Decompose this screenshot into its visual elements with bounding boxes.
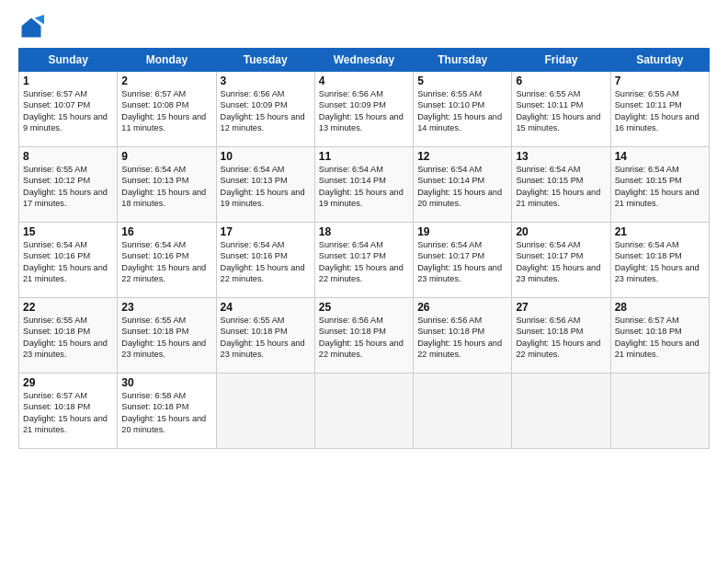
weekday-header: Sunday bbox=[19, 49, 118, 72]
calendar-day-cell: 12Sunrise: 6:54 AMSunset: 10:14 PMDaylig… bbox=[414, 147, 512, 223]
calendar-day-cell: 25Sunrise: 6:56 AMSunset: 10:18 PMDaylig… bbox=[314, 298, 413, 373]
day-number: 23 bbox=[121, 301, 211, 314]
day-number: 3 bbox=[221, 75, 311, 87]
day-number: 29 bbox=[23, 376, 113, 389]
day-number: 28 bbox=[615, 301, 705, 314]
day-number: 8 bbox=[23, 150, 113, 163]
calendar-day-cell: 18Sunrise: 6:54 AMSunset: 10:17 PMDaylig… bbox=[314, 223, 413, 298]
calendar-day-cell bbox=[512, 373, 610, 449]
weekday-header: Wednesday bbox=[314, 49, 413, 72]
day-info: Sunrise: 6:54 AMSunset: 10:18 PMDaylight… bbox=[615, 239, 705, 285]
day-info: Sunrise: 6:54 AMSunset: 10:14 PMDaylight… bbox=[417, 164, 507, 210]
day-info: Sunrise: 6:55 AMSunset: 10:18 PMDaylight… bbox=[221, 315, 311, 361]
weekday-header-row: SundayMondayTuesdayWednesdayThursdayFrid… bbox=[19, 49, 710, 72]
page: SundayMondayTuesdayWednesdayThursdayFrid… bbox=[0, 0, 728, 563]
day-number: 11 bbox=[319, 150, 409, 163]
header bbox=[18, 15, 710, 40]
calendar-day-cell bbox=[216, 373, 314, 449]
calendar-day-cell: 28Sunrise: 6:57 AMSunset: 10:18 PMDaylig… bbox=[610, 298, 709, 373]
day-info: Sunrise: 6:54 AMSunset: 10:16 PMDaylight… bbox=[23, 239, 113, 285]
day-number: 7 bbox=[615, 75, 705, 87]
calendar-day-cell: 30Sunrise: 6:58 AMSunset: 10:18 PMDaylig… bbox=[118, 373, 216, 449]
day-number: 30 bbox=[121, 376, 211, 389]
calendar-day-cell: 6Sunrise: 6:55 AMSunset: 10:11 PMDayligh… bbox=[512, 72, 610, 147]
day-number: 1 bbox=[23, 75, 113, 87]
day-number: 17 bbox=[221, 225, 311, 238]
weekday-header: Thursday bbox=[414, 49, 512, 72]
calendar-day-cell: 13Sunrise: 6:54 AMSunset: 10:15 PMDaylig… bbox=[512, 147, 610, 223]
weekday-header: Friday bbox=[512, 49, 610, 72]
svg-marker-0 bbox=[22, 18, 41, 38]
day-number: 16 bbox=[121, 225, 211, 238]
day-info: Sunrise: 6:57 AMSunset: 10:18 PMDaylight… bbox=[23, 390, 113, 436]
logo-icon bbox=[18, 15, 44, 40]
day-number: 14 bbox=[615, 150, 705, 163]
calendar-day-cell: 1Sunrise: 6:57 AMSunset: 10:07 PMDayligh… bbox=[19, 72, 118, 147]
calendar-day-cell: 8Sunrise: 6:55 AMSunset: 10:12 PMDayligh… bbox=[19, 147, 118, 223]
calendar-day-cell: 26Sunrise: 6:56 AMSunset: 10:18 PMDaylig… bbox=[414, 298, 512, 373]
calendar-day-cell: 29Sunrise: 6:57 AMSunset: 10:18 PMDaylig… bbox=[19, 373, 118, 449]
day-info: Sunrise: 6:56 AMSunset: 10:18 PMDaylight… bbox=[417, 315, 507, 361]
day-number: 12 bbox=[417, 150, 507, 163]
calendar-day-cell: 21Sunrise: 6:54 AMSunset: 10:18 PMDaylig… bbox=[610, 223, 709, 298]
calendar-week-row: 29Sunrise: 6:57 AMSunset: 10:18 PMDaylig… bbox=[19, 373, 710, 449]
calendar-day-cell: 7Sunrise: 6:55 AMSunset: 10:11 PMDayligh… bbox=[610, 72, 709, 147]
calendar-week-row: 8Sunrise: 6:55 AMSunset: 10:12 PMDayligh… bbox=[19, 147, 710, 223]
day-info: Sunrise: 6:54 AMSunset: 10:13 PMDaylight… bbox=[121, 164, 211, 210]
calendar-day-cell: 19Sunrise: 6:54 AMSunset: 10:17 PMDaylig… bbox=[414, 223, 512, 298]
calendar-day-cell: 2Sunrise: 6:57 AMSunset: 10:08 PMDayligh… bbox=[118, 72, 216, 147]
calendar-week-row: 15Sunrise: 6:54 AMSunset: 10:16 PMDaylig… bbox=[19, 223, 710, 298]
day-info: Sunrise: 6:54 AMSunset: 10:17 PMDaylight… bbox=[516, 239, 606, 285]
calendar-day-cell: 22Sunrise: 6:55 AMSunset: 10:18 PMDaylig… bbox=[19, 298, 118, 373]
calendar-day-cell: 11Sunrise: 6:54 AMSunset: 10:14 PMDaylig… bbox=[314, 147, 413, 223]
calendar-day-cell: 3Sunrise: 6:56 AMSunset: 10:09 PMDayligh… bbox=[216, 72, 314, 147]
day-number: 6 bbox=[516, 75, 606, 87]
day-info: Sunrise: 6:54 AMSunset: 10:15 PMDaylight… bbox=[615, 164, 705, 210]
calendar-week-row: 22Sunrise: 6:55 AMSunset: 10:18 PMDaylig… bbox=[19, 298, 710, 373]
day-number: 27 bbox=[516, 301, 606, 314]
calendar-table: SundayMondayTuesdayWednesdayThursdayFrid… bbox=[18, 48, 710, 449]
calendar-day-cell bbox=[610, 373, 709, 449]
calendar-day-cell: 4Sunrise: 6:56 AMSunset: 10:09 PMDayligh… bbox=[314, 72, 413, 147]
day-info: Sunrise: 6:54 AMSunset: 10:17 PMDaylight… bbox=[417, 239, 507, 285]
day-number: 20 bbox=[516, 225, 606, 238]
calendar-day-cell: 24Sunrise: 6:55 AMSunset: 10:18 PMDaylig… bbox=[216, 298, 314, 373]
day-info: Sunrise: 6:54 AMSunset: 10:16 PMDaylight… bbox=[221, 239, 311, 285]
day-number: 24 bbox=[221, 301, 311, 314]
day-info: Sunrise: 6:54 AMSunset: 10:16 PMDaylight… bbox=[121, 239, 211, 285]
day-info: Sunrise: 6:55 AMSunset: 10:12 PMDaylight… bbox=[23, 164, 113, 210]
day-info: Sunrise: 6:56 AMSunset: 10:18 PMDaylight… bbox=[319, 315, 409, 361]
day-number: 21 bbox=[615, 225, 705, 238]
day-number: 19 bbox=[417, 225, 507, 238]
day-info: Sunrise: 6:55 AMSunset: 10:18 PMDaylight… bbox=[23, 315, 113, 361]
calendar-day-cell bbox=[414, 373, 512, 449]
day-info: Sunrise: 6:54 AMSunset: 10:15 PMDaylight… bbox=[516, 164, 606, 210]
calendar-day-cell: 9Sunrise: 6:54 AMSunset: 10:13 PMDayligh… bbox=[118, 147, 216, 223]
day-number: 10 bbox=[221, 150, 311, 163]
logo bbox=[18, 15, 48, 40]
day-info: Sunrise: 6:56 AMSunset: 10:09 PMDaylight… bbox=[319, 88, 409, 134]
day-info: Sunrise: 6:55 AMSunset: 10:11 PMDaylight… bbox=[516, 88, 606, 134]
calendar-day-cell: 15Sunrise: 6:54 AMSunset: 10:16 PMDaylig… bbox=[19, 223, 118, 298]
day-info: Sunrise: 6:58 AMSunset: 10:18 PMDaylight… bbox=[121, 390, 211, 436]
calendar-day-cell: 14Sunrise: 6:54 AMSunset: 10:15 PMDaylig… bbox=[610, 147, 709, 223]
day-number: 25 bbox=[319, 301, 409, 314]
calendar-day-cell: 16Sunrise: 6:54 AMSunset: 10:16 PMDaylig… bbox=[118, 223, 216, 298]
day-info: Sunrise: 6:55 AMSunset: 10:10 PMDaylight… bbox=[417, 88, 507, 134]
day-number: 22 bbox=[23, 301, 113, 314]
calendar-day-cell bbox=[314, 373, 413, 449]
day-number: 15 bbox=[23, 225, 113, 238]
day-number: 2 bbox=[121, 75, 211, 87]
day-number: 26 bbox=[417, 301, 507, 314]
day-info: Sunrise: 6:54 AMSunset: 10:17 PMDaylight… bbox=[319, 239, 409, 285]
day-number: 5 bbox=[417, 75, 507, 87]
day-info: Sunrise: 6:56 AMSunset: 10:09 PMDaylight… bbox=[221, 88, 311, 134]
day-number: 13 bbox=[516, 150, 606, 163]
calendar-day-cell: 27Sunrise: 6:56 AMSunset: 10:18 PMDaylig… bbox=[512, 298, 610, 373]
weekday-header: Saturday bbox=[610, 49, 709, 72]
day-number: 9 bbox=[121, 150, 211, 163]
day-info: Sunrise: 6:54 AMSunset: 10:14 PMDaylight… bbox=[319, 164, 409, 210]
day-info: Sunrise: 6:55 AMSunset: 10:18 PMDaylight… bbox=[121, 315, 211, 361]
calendar-day-cell: 10Sunrise: 6:54 AMSunset: 10:13 PMDaylig… bbox=[216, 147, 314, 223]
calendar-week-row: 1Sunrise: 6:57 AMSunset: 10:07 PMDayligh… bbox=[19, 72, 710, 147]
